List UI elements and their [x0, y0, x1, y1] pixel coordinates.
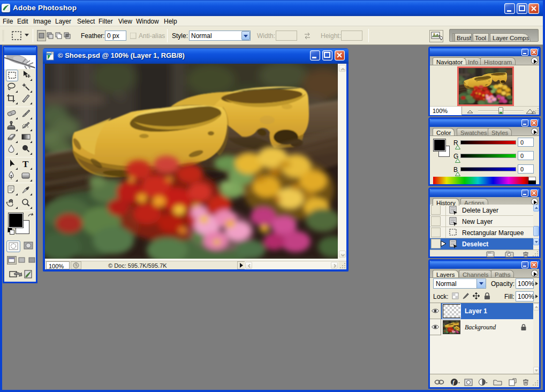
svg-text:T: T — [22, 159, 29, 169]
